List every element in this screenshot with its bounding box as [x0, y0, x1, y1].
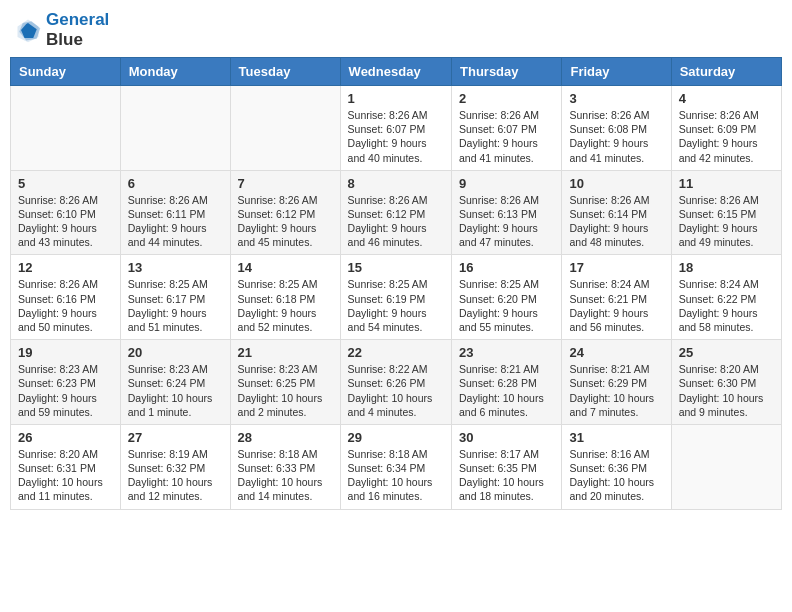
day-cell-13: 13Sunrise: 8:25 AM Sunset: 6:17 PM Dayli…: [120, 255, 230, 340]
day-number-7: 7: [238, 176, 333, 191]
day-number-20: 20: [128, 345, 223, 360]
day-cell-9: 9Sunrise: 8:26 AM Sunset: 6:13 PM Daylig…: [452, 170, 562, 255]
empty-cell: [11, 86, 121, 171]
day-number-6: 6: [128, 176, 223, 191]
week-row-0: 1Sunrise: 8:26 AM Sunset: 6:07 PM Daylig…: [11, 86, 782, 171]
day-cell-29: 29Sunrise: 8:18 AM Sunset: 6:34 PM Dayli…: [340, 424, 451, 509]
day-cell-18: 18Sunrise: 8:24 AM Sunset: 6:22 PM Dayli…: [671, 255, 781, 340]
header-row: SundayMondayTuesdayWednesdayThursdayFrid…: [11, 58, 782, 86]
day-cell-8: 8Sunrise: 8:26 AM Sunset: 6:12 PM Daylig…: [340, 170, 451, 255]
day-cell-31: 31Sunrise: 8:16 AM Sunset: 6:36 PM Dayli…: [562, 424, 671, 509]
day-info-21: Sunrise: 8:23 AM Sunset: 6:25 PM Dayligh…: [238, 362, 333, 419]
header-wednesday: Wednesday: [340, 58, 451, 86]
day-info-8: Sunrise: 8:26 AM Sunset: 6:12 PM Dayligh…: [348, 193, 444, 250]
day-number-12: 12: [18, 260, 113, 275]
day-number-4: 4: [679, 91, 774, 106]
day-info-19: Sunrise: 8:23 AM Sunset: 6:23 PM Dayligh…: [18, 362, 113, 419]
calendar-body: 1Sunrise: 8:26 AM Sunset: 6:07 PM Daylig…: [11, 86, 782, 509]
day-info-13: Sunrise: 8:25 AM Sunset: 6:17 PM Dayligh…: [128, 277, 223, 334]
day-cell-6: 6Sunrise: 8:26 AM Sunset: 6:11 PM Daylig…: [120, 170, 230, 255]
day-cell-3: 3Sunrise: 8:26 AM Sunset: 6:08 PM Daylig…: [562, 86, 671, 171]
day-info-24: Sunrise: 8:21 AM Sunset: 6:29 PM Dayligh…: [569, 362, 663, 419]
header-tuesday: Tuesday: [230, 58, 340, 86]
logo: General Blue: [14, 10, 109, 49]
day-number-14: 14: [238, 260, 333, 275]
day-cell-15: 15Sunrise: 8:25 AM Sunset: 6:19 PM Dayli…: [340, 255, 451, 340]
day-cell-21: 21Sunrise: 8:23 AM Sunset: 6:25 PM Dayli…: [230, 340, 340, 425]
day-number-11: 11: [679, 176, 774, 191]
day-cell-28: 28Sunrise: 8:18 AM Sunset: 6:33 PM Dayli…: [230, 424, 340, 509]
day-info-15: Sunrise: 8:25 AM Sunset: 6:19 PM Dayligh…: [348, 277, 444, 334]
day-number-3: 3: [569, 91, 663, 106]
day-number-26: 26: [18, 430, 113, 445]
day-number-27: 27: [128, 430, 223, 445]
day-number-2: 2: [459, 91, 554, 106]
day-info-4: Sunrise: 8:26 AM Sunset: 6:09 PM Dayligh…: [679, 108, 774, 165]
day-info-5: Sunrise: 8:26 AM Sunset: 6:10 PM Dayligh…: [18, 193, 113, 250]
day-info-11: Sunrise: 8:26 AM Sunset: 6:15 PM Dayligh…: [679, 193, 774, 250]
logo-text: General Blue: [46, 10, 109, 49]
page-header: General Blue: [10, 10, 782, 49]
day-cell-24: 24Sunrise: 8:21 AM Sunset: 6:29 PM Dayli…: [562, 340, 671, 425]
day-cell-14: 14Sunrise: 8:25 AM Sunset: 6:18 PM Dayli…: [230, 255, 340, 340]
day-info-18: Sunrise: 8:24 AM Sunset: 6:22 PM Dayligh…: [679, 277, 774, 334]
day-cell-10: 10Sunrise: 8:26 AM Sunset: 6:14 PM Dayli…: [562, 170, 671, 255]
day-info-27: Sunrise: 8:19 AM Sunset: 6:32 PM Dayligh…: [128, 447, 223, 504]
day-number-31: 31: [569, 430, 663, 445]
day-info-7: Sunrise: 8:26 AM Sunset: 6:12 PM Dayligh…: [238, 193, 333, 250]
header-saturday: Saturday: [671, 58, 781, 86]
week-row-4: 26Sunrise: 8:20 AM Sunset: 6:31 PM Dayli…: [11, 424, 782, 509]
day-info-12: Sunrise: 8:26 AM Sunset: 6:16 PM Dayligh…: [18, 277, 113, 334]
day-number-19: 19: [18, 345, 113, 360]
day-info-31: Sunrise: 8:16 AM Sunset: 6:36 PM Dayligh…: [569, 447, 663, 504]
day-cell-20: 20Sunrise: 8:23 AM Sunset: 6:24 PM Dayli…: [120, 340, 230, 425]
day-cell-19: 19Sunrise: 8:23 AM Sunset: 6:23 PM Dayli…: [11, 340, 121, 425]
empty-cell: [120, 86, 230, 171]
day-number-1: 1: [348, 91, 444, 106]
day-cell-7: 7Sunrise: 8:26 AM Sunset: 6:12 PM Daylig…: [230, 170, 340, 255]
day-number-13: 13: [128, 260, 223, 275]
day-number-18: 18: [679, 260, 774, 275]
day-number-29: 29: [348, 430, 444, 445]
header-monday: Monday: [120, 58, 230, 86]
header-thursday: Thursday: [452, 58, 562, 86]
day-info-14: Sunrise: 8:25 AM Sunset: 6:18 PM Dayligh…: [238, 277, 333, 334]
day-info-17: Sunrise: 8:24 AM Sunset: 6:21 PM Dayligh…: [569, 277, 663, 334]
day-info-28: Sunrise: 8:18 AM Sunset: 6:33 PM Dayligh…: [238, 447, 333, 504]
day-number-23: 23: [459, 345, 554, 360]
day-number-17: 17: [569, 260, 663, 275]
day-cell-4: 4Sunrise: 8:26 AM Sunset: 6:09 PM Daylig…: [671, 86, 781, 171]
day-number-30: 30: [459, 430, 554, 445]
day-cell-16: 16Sunrise: 8:25 AM Sunset: 6:20 PM Dayli…: [452, 255, 562, 340]
day-number-25: 25: [679, 345, 774, 360]
calendar-header: SundayMondayTuesdayWednesdayThursdayFrid…: [11, 58, 782, 86]
day-cell-12: 12Sunrise: 8:26 AM Sunset: 6:16 PM Dayli…: [11, 255, 121, 340]
empty-cell: [671, 424, 781, 509]
day-number-21: 21: [238, 345, 333, 360]
day-info-9: Sunrise: 8:26 AM Sunset: 6:13 PM Dayligh…: [459, 193, 554, 250]
day-number-22: 22: [348, 345, 444, 360]
day-number-24: 24: [569, 345, 663, 360]
empty-cell: [230, 86, 340, 171]
day-info-20: Sunrise: 8:23 AM Sunset: 6:24 PM Dayligh…: [128, 362, 223, 419]
day-number-16: 16: [459, 260, 554, 275]
day-number-8: 8: [348, 176, 444, 191]
day-info-25: Sunrise: 8:20 AM Sunset: 6:30 PM Dayligh…: [679, 362, 774, 419]
day-cell-2: 2Sunrise: 8:26 AM Sunset: 6:07 PM Daylig…: [452, 86, 562, 171]
day-cell-26: 26Sunrise: 8:20 AM Sunset: 6:31 PM Dayli…: [11, 424, 121, 509]
header-friday: Friday: [562, 58, 671, 86]
day-cell-23: 23Sunrise: 8:21 AM Sunset: 6:28 PM Dayli…: [452, 340, 562, 425]
header-sunday: Sunday: [11, 58, 121, 86]
day-info-2: Sunrise: 8:26 AM Sunset: 6:07 PM Dayligh…: [459, 108, 554, 165]
week-row-3: 19Sunrise: 8:23 AM Sunset: 6:23 PM Dayli…: [11, 340, 782, 425]
day-cell-1: 1Sunrise: 8:26 AM Sunset: 6:07 PM Daylig…: [340, 86, 451, 171]
day-number-28: 28: [238, 430, 333, 445]
day-cell-27: 27Sunrise: 8:19 AM Sunset: 6:32 PM Dayli…: [120, 424, 230, 509]
day-cell-25: 25Sunrise: 8:20 AM Sunset: 6:30 PM Dayli…: [671, 340, 781, 425]
day-cell-5: 5Sunrise: 8:26 AM Sunset: 6:10 PM Daylig…: [11, 170, 121, 255]
day-info-22: Sunrise: 8:22 AM Sunset: 6:26 PM Dayligh…: [348, 362, 444, 419]
week-row-2: 12Sunrise: 8:26 AM Sunset: 6:16 PM Dayli…: [11, 255, 782, 340]
day-info-29: Sunrise: 8:18 AM Sunset: 6:34 PM Dayligh…: [348, 447, 444, 504]
day-number-9: 9: [459, 176, 554, 191]
day-info-6: Sunrise: 8:26 AM Sunset: 6:11 PM Dayligh…: [128, 193, 223, 250]
